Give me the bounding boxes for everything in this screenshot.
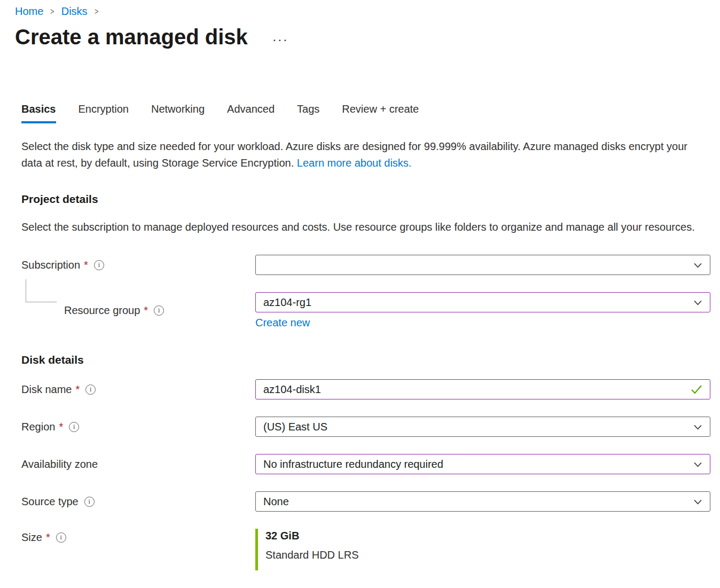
breadcrumb-separator: > (95, 7, 98, 17)
more-actions-icon[interactable]: ··· (272, 33, 288, 46)
size-label-group: Size * i (21, 529, 255, 544)
region-dropdown[interactable]: (US) East US (255, 417, 710, 437)
source-type-field: None (255, 491, 710, 512)
tab-basics[interactable]: Basics (21, 103, 56, 123)
region-label-group: Region * i (21, 421, 255, 433)
required-asterisk: * (59, 421, 63, 433)
intro-paragraph: Select the disk type and size needed for… (21, 138, 701, 171)
chevron-down-icon (693, 497, 702, 506)
disk-name-input-wrapper (255, 379, 710, 399)
region-row: Region * i (US) East US (21, 417, 710, 437)
availability-zone-row: Availability zone No infrastructure redu… (21, 454, 710, 474)
info-icon[interactable]: i (84, 497, 95, 507)
disk-details-heading: Disk details (21, 354, 720, 366)
info-icon[interactable]: i (154, 305, 164, 316)
required-asterisk: * (46, 531, 50, 544)
resource-group-dropdown-value: az104-rg1 (263, 296, 311, 309)
disk-name-label: Disk name (21, 383, 72, 396)
region-dropdown-value: (US) East US (263, 421, 327, 433)
disk-name-row: Disk name * i (21, 379, 710, 399)
breadcrumb-link-disks[interactable]: Disks (61, 5, 88, 18)
size-field: 32 GiB Standard HDD LRS (255, 529, 710, 570)
resource-group-dropdown[interactable]: az104-rg1 (255, 292, 710, 312)
resource-group-row: Resource group * i az104-rg1 Create new (21, 292, 710, 329)
create-managed-disk-page: Home > Disks > Create a managed disk ···… (0, 0, 720, 588)
chevron-down-icon (693, 298, 702, 307)
subscription-label-group: Subscription * i (21, 259, 255, 271)
valid-check-icon (691, 385, 702, 394)
required-asterisk: * (144, 304, 148, 317)
region-label: Region (21, 421, 55, 433)
availability-zone-dropdown-value: No infrastructure redundancy required (263, 458, 443, 471)
tab-encryption[interactable]: Encryption (79, 103, 129, 123)
info-icon[interactable]: i (69, 422, 79, 432)
subscription-label: Subscription (21, 259, 80, 271)
chevron-down-icon (693, 460, 702, 469)
project-details-heading: Project details (21, 193, 720, 206)
size-value-gib: 32 GiB (265, 530, 710, 542)
breadcrumb-link-home[interactable]: Home (15, 5, 43, 18)
chevron-down-icon (693, 261, 702, 270)
source-type-label-group: Source type i (21, 496, 255, 508)
tab-advanced[interactable]: Advanced (227, 103, 275, 123)
tab-bar: Basics Encryption Networking Advanced Ta… (21, 103, 720, 123)
subscription-field (255, 255, 710, 275)
subscription-row: Subscription * i (21, 255, 710, 275)
create-new-resource-group-link[interactable]: Create new (255, 317, 310, 329)
availability-zone-label: Availability zone (21, 458, 98, 471)
chevron-down-icon (693, 422, 702, 432)
breadcrumb-separator: > (50, 7, 54, 17)
disk-name-input[interactable] (263, 383, 684, 396)
resource-group-label-group: Resource group * i (21, 304, 255, 317)
size-summary: 32 GiB Standard HDD LRS (255, 529, 710, 570)
subscription-resource-group-connector (26, 279, 57, 302)
availability-zone-label-group: Availability zone (21, 458, 255, 471)
disk-name-field (255, 379, 710, 399)
availability-zone-field: No infrastructure redundancy required (255, 454, 710, 474)
page-title: Create a managed disk (15, 24, 248, 50)
size-sku: Standard HDD LRS (265, 549, 710, 561)
source-type-dropdown-value: None (263, 496, 289, 508)
breadcrumb: Home > Disks > (0, 0, 720, 18)
info-icon[interactable]: i (56, 532, 66, 543)
disk-details-form: Disk name * i Region * i (21, 379, 710, 570)
size-row: Size * i 32 GiB Standard HDD LRS (21, 529, 710, 570)
disk-name-label-group: Disk name * i (21, 383, 255, 396)
learn-more-link[interactable]: Learn more about disks. (297, 157, 412, 169)
required-asterisk: * (84, 259, 88, 271)
availability-zone-dropdown[interactable]: No infrastructure redundancy required (255, 454, 710, 474)
tab-networking[interactable]: Networking (151, 103, 205, 123)
resource-group-label: Resource group (64, 304, 140, 317)
source-type-label: Source type (21, 496, 79, 508)
info-icon[interactable]: i (85, 385, 96, 395)
subscription-dropdown[interactable] (255, 255, 710, 275)
source-type-row: Source type i None (21, 491, 710, 512)
size-label: Size (21, 531, 42, 544)
tab-review-create[interactable]: Review + create (342, 103, 419, 123)
title-row: Create a managed disk ··· (15, 24, 720, 50)
required-asterisk: * (75, 383, 80, 396)
project-details-description: Select the subscription to manage deploy… (21, 219, 700, 236)
region-field: (US) East US (255, 417, 710, 437)
tab-tags[interactable]: Tags (297, 103, 319, 123)
source-type-dropdown[interactable]: None (255, 491, 710, 512)
project-details-form: Subscription * i Resource group * i (21, 255, 710, 329)
resource-group-field: az104-rg1 Create new (255, 292, 710, 329)
info-icon[interactable]: i (94, 260, 104, 270)
